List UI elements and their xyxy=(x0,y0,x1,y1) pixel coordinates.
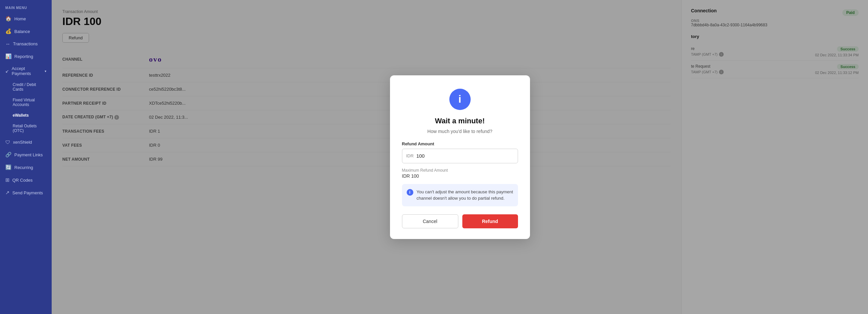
balance-icon: 💰 xyxy=(5,28,12,34)
xenshield-icon: 🛡 xyxy=(5,139,10,145)
sidebar-item-label: Reporting xyxy=(14,54,33,59)
refund-amount-label: Refund Amount xyxy=(402,141,518,146)
sidebar-item-qr-codes[interactable]: ⊞ QR Codes xyxy=(0,174,52,186)
send-payments-icon: ↗ xyxy=(5,190,10,196)
modal-info-icon: i xyxy=(450,89,471,110)
sidebar-item-reporting[interactable]: 📊 Reporting xyxy=(0,50,52,63)
refund-modal: i Wait a minute! How much you'd like to … xyxy=(390,75,530,239)
sidebar-item-label: Send Payments xyxy=(12,190,43,195)
sidebar-item-payment-links[interactable]: 🔗 Payment Links xyxy=(0,148,52,161)
sidebar-sub-label: eWallets xyxy=(13,113,29,118)
modal-overlay: i Wait a minute! How much you'd like to … xyxy=(52,0,868,314)
sidebar-item-label: Payment Links xyxy=(14,152,43,157)
modal-icon-label: i xyxy=(458,93,461,105)
sidebar-item-home[interactable]: 🏠 Home xyxy=(0,12,52,25)
sidebar-sub-label: Credit / Debit Cards xyxy=(13,82,36,92)
sidebar: MAIN MENU 🏠 Home 💰 Balance ↔ Transaction… xyxy=(0,0,52,314)
sidebar-sub-label: Fixed Virtual Accounts xyxy=(13,98,35,107)
sidebar-item-label: QR Codes xyxy=(12,178,33,183)
info-box-icon: i xyxy=(407,189,413,196)
sidebar-item-ewallets[interactable]: eWallets xyxy=(0,110,52,121)
sidebar-item-label: Accept Payments xyxy=(12,66,42,76)
sidebar-item-retail-outlets[interactable]: Retail Outlets (OTC) xyxy=(0,121,52,136)
max-refund-value: IDR 100 xyxy=(402,173,518,179)
sidebar-item-balance[interactable]: 💰 Balance xyxy=(0,25,52,38)
main-area: Transaction Amount IDR 100 Refund CHANNE… xyxy=(52,0,868,314)
sidebar-item-fixed-virtual-accounts[interactable]: Fixed Virtual Accounts xyxy=(0,95,52,110)
sidebar-item-label: Transactions xyxy=(13,41,38,46)
sidebar-item-accept-payments[interactable]: ↙ Accept Payments ▾ xyxy=(0,63,52,79)
sidebar-item-transactions[interactable]: ↔ Transactions xyxy=(0,38,52,50)
cancel-button[interactable]: Cancel xyxy=(402,214,458,228)
sidebar-sub-label: Retail Outlets (OTC) xyxy=(13,124,37,133)
sidebar-item-label: xenShield xyxy=(13,140,32,145)
sidebar-item-label: Balance xyxy=(14,29,30,34)
modal-subtitle: How much you'd like to refund? xyxy=(427,129,492,134)
max-refund-amount: 100 xyxy=(411,173,419,179)
modal-actions: Cancel Refund xyxy=(402,214,518,228)
refund-amount-input-wrapper: IDR xyxy=(402,149,518,163)
max-refund-label: Maximum Refund Amount xyxy=(402,168,518,173)
sidebar-item-credit-debit-cards[interactable]: Credit / Debit Cards xyxy=(0,79,52,95)
max-refund-currency: IDR xyxy=(402,173,410,179)
home-icon: 🏠 xyxy=(5,16,12,22)
recurring-icon: 🔄 xyxy=(5,164,12,170)
payment-links-icon: 🔗 xyxy=(5,152,12,158)
sidebar-item-recurring[interactable]: 🔄 Recurring xyxy=(0,161,52,174)
reporting-icon: 📊 xyxy=(5,53,12,59)
max-refund-section: Maximum Refund Amount IDR 100 xyxy=(402,168,518,179)
sidebar-item-label: Recurring xyxy=(14,165,33,170)
input-currency-label: IDR xyxy=(406,153,414,158)
sidebar-item-send-payments[interactable]: ↗ Send Payments xyxy=(0,186,52,199)
modal-info-box: i You can't adjust the amount because th… xyxy=(402,184,518,206)
sidebar-item-label: Home xyxy=(14,16,26,21)
main-menu-label: MAIN MENU xyxy=(0,0,52,12)
chevron-down-icon: ▾ xyxy=(45,69,46,73)
qr-codes-icon: ⊞ xyxy=(5,177,10,183)
sidebar-item-xenshield[interactable]: 🛡 xenShield xyxy=(0,136,52,148)
info-box-text: You can't adjust the amount because this… xyxy=(417,189,513,202)
refund-amount-input[interactable] xyxy=(416,153,514,159)
modal-title: Wait a minute! xyxy=(435,117,485,125)
modal-refund-button[interactable]: Refund xyxy=(462,214,518,228)
transactions-icon: ↔ xyxy=(5,41,10,47)
accept-payments-icon: ↙ xyxy=(5,69,9,74)
